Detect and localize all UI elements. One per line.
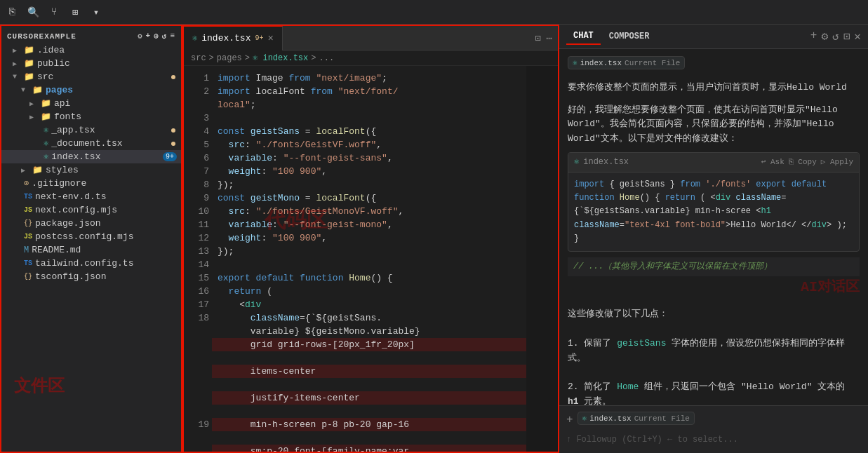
tab-label: index.tsx xyxy=(201,33,251,43)
sidebar-watermark: 文件区 xyxy=(14,374,65,397)
collapse-icon[interactable]: ≡ xyxy=(170,32,175,41)
folder-icon: 📁 xyxy=(24,58,34,69)
sidebar-item-label: api xyxy=(54,98,70,109)
js-icon: JS xyxy=(24,233,32,241)
folder-icon: 📁 xyxy=(41,98,51,109)
sidebar-item-label: README.md xyxy=(32,245,81,255)
new-file-icon[interactable]: + xyxy=(146,32,152,41)
ai-point-1: 1. 保留了 geistSans 字体的使用，假设您仍想保持相同的字体样式。 xyxy=(568,337,860,366)
sidebar-item-document-tsx[interactable]: ▶ ⚛ _document.tsx xyxy=(1,137,181,150)
sidebar-item-label: next-env.d.ts xyxy=(35,191,106,202)
sidebar-item-postcss[interactable]: ▶ JS postcss.config.mjs xyxy=(1,230,181,243)
sidebar-item-styles[interactable]: ▶ 📁 styles xyxy=(1,163,181,177)
expand-icon[interactable]: ⊡ xyxy=(843,29,850,43)
line-numbers: 1 2 3 4 5 6 7 8 9 10 11 12 13 14 15 16 1… xyxy=(184,66,212,452)
sidebar-item-tsconfig[interactable]: ▶ {} tsconfig.json xyxy=(1,270,181,283)
sidebar-item-package[interactable]: ▶ {} package.json xyxy=(1,217,181,230)
sidebar-item-tailwind[interactable]: ▶ TS tailwind.config.ts xyxy=(1,257,181,270)
new-folder-icon[interactable]: ⊕ xyxy=(154,32,159,41)
editor-area: ⚛ index.tsx 9+ × ⊡ ⋯ src > pages > ⚛ ind… xyxy=(182,25,559,453)
file-change-badge: 9+ xyxy=(163,152,177,161)
sidebar-item-label: index.tsx xyxy=(51,151,100,162)
sidebar-item-label: postcss.config.mjs xyxy=(35,231,133,242)
chat-footer-context: + ⚛ index.tsx Current File xyxy=(566,412,861,428)
code-comment: // ...（其他导入和字体定义可以保留在文件顶部） xyxy=(568,257,860,276)
editor-tab-index[interactable]: ⚛ index.tsx 9+ × xyxy=(184,26,283,50)
sidebar-item-next-env[interactable]: ▶ TS next-env.d.ts xyxy=(1,190,181,203)
folder-icon: 📁 xyxy=(32,85,43,95)
breadcrumb-more: ... xyxy=(319,53,334,63)
ai-message-2: 这些修改做了以下几点： 1. 保留了 geistSans 字体的使用，假设您仍想… xyxy=(568,307,860,405)
chat-panel: CHAT COMPOSER + ⚙ ↺ ⊡ ✕ ⚛ index.tsx Curr… xyxy=(559,25,868,453)
sidebar-item-label: fonts xyxy=(54,111,81,122)
sidebar-item-idea[interactable]: ▶ 📁 .idea xyxy=(1,43,181,57)
history-icon[interactable]: ↺ xyxy=(832,29,839,43)
breadcrumb-file: ⚛ index.tsx xyxy=(253,53,308,63)
code-block-header: ⚛ index.tsx ↩ Ask ⎘ Copy ▷ Apply xyxy=(568,153,859,173)
settings-icon[interactable]: ⚙ xyxy=(821,29,828,43)
sidebar-item-index-tsx[interactable]: ▶ ⚛ index.tsx 9+ xyxy=(1,150,181,163)
file-icon: ⚛ xyxy=(573,58,577,67)
chat-tab-chat[interactable]: CHAT xyxy=(566,28,601,45)
layout-icon[interactable]: ⊞ xyxy=(69,6,81,18)
md-icon: M xyxy=(24,245,29,255)
ai-watermark: AI对话区 xyxy=(801,279,860,295)
sidebar-item-next-config[interactable]: ▶ JS next.config.mjs xyxy=(1,203,181,217)
sidebar-item-label: pages xyxy=(46,85,73,95)
code-block-actions: ↩ Ask ⎘ Copy ▷ Apply xyxy=(761,156,853,169)
input-placeholder[interactable]: ↑ Followup (Ctrl+Y) ← to select... xyxy=(566,432,861,447)
chat-footer-input-hint: ↑ Followup (Ctrl+Y) ← to select... xyxy=(566,432,861,447)
ts-icon: TS xyxy=(24,193,32,201)
tsx-icon: ⚛ xyxy=(44,151,48,162)
refresh-icon[interactable]: ↺ xyxy=(162,32,168,41)
code-editor[interactable]: import Image from "next/image"; import l… xyxy=(212,66,526,452)
ai-message-1: 好的，我理解您想要修改整个页面，使其在访问首页时显示"Hello World"。… xyxy=(568,103,860,299)
json-icon: {} xyxy=(24,273,32,280)
folder-icon: 📁 xyxy=(24,45,34,55)
git-icon[interactable]: ⑂ xyxy=(48,6,60,18)
file-icon: ⚛ xyxy=(574,156,579,169)
sidebar-item-label: public xyxy=(37,58,70,69)
ai-watermark-container: AI对话区 xyxy=(568,276,860,299)
close-icon[interactable]: ✕ xyxy=(854,29,861,43)
copy-button[interactable]: ⎘ Copy xyxy=(789,156,817,169)
copy-files-icon[interactable]: ⎘ xyxy=(6,6,18,18)
search-icon[interactable]: 🔍 xyxy=(27,6,39,18)
chevron-icon[interactable]: ▾ xyxy=(90,6,102,18)
code-block-content: import { geistSans } from './fonts' expo… xyxy=(568,173,859,251)
sidebar-item-api[interactable]: ▶ 📁 api xyxy=(1,97,181,110)
ai-summary-text: 这些修改做了以下几点： xyxy=(568,307,860,322)
split-editor-icon[interactable]: ⊡ xyxy=(535,32,540,44)
tab-close-button[interactable]: × xyxy=(267,33,273,44)
sidebar-item-src[interactable]: ▼ 📁 src xyxy=(1,70,181,83)
new-chat-icon[interactable]: + xyxy=(810,29,817,43)
footer-file-badge: ⚛ index.tsx Current File xyxy=(577,412,695,425)
tsx-icon: ⚛ xyxy=(44,125,48,135)
sidebar-item-pages[interactable]: ▼ 📁 pages xyxy=(1,83,181,97)
sidebar-item-fonts[interactable]: ▶ 📁 fonts xyxy=(1,110,181,123)
footer-file-icon: ⚛ xyxy=(582,414,587,423)
chat-header: CHAT COMPOSER + ⚙ ↺ ⊡ ✕ xyxy=(559,25,868,49)
more-actions-icon[interactable]: ⋯ xyxy=(547,32,552,44)
folder-icon: 📁 xyxy=(32,165,43,175)
sidebar-item-public[interactable]: ▶ 📁 public xyxy=(1,57,181,70)
sidebar-item-label: tailwind.config.ts xyxy=(35,258,133,269)
sidebar-item-label: package.json xyxy=(35,218,101,229)
sidebar-item-label: styles xyxy=(46,165,79,175)
ask-button[interactable]: ↩ Ask xyxy=(761,156,784,169)
chat-tab-composer[interactable]: COMPOSER xyxy=(602,29,657,44)
sidebar-item-label: next.config.mjs xyxy=(35,205,117,215)
breadcrumb-src: src xyxy=(191,53,206,63)
sidebar-item-app-tsx[interactable]: ▶ ⚛ _app.tsx xyxy=(1,123,181,137)
folder-icon: 📁 xyxy=(41,111,51,122)
sidebar-item-gitignore[interactable]: ▶ ⊙ .gitignore xyxy=(1,177,181,190)
context-file-badge: ⚛ index.tsx Current File xyxy=(568,56,860,72)
add-context-button[interactable]: + xyxy=(566,414,573,426)
breadcrumb-pages: pages xyxy=(217,53,242,63)
minimap xyxy=(526,66,558,452)
chat-footer: + ⚛ index.tsx Current File ↑ Followup (C… xyxy=(559,405,868,453)
sidebar-item-readme[interactable]: ▶ M README.md xyxy=(1,243,181,257)
sidebar-header: CURSOREXAMPLE ⚙ + ⊕ ↺ ≡ xyxy=(1,29,181,43)
apply-button[interactable]: ▷ Apply xyxy=(821,156,853,169)
settings-icon[interactable]: ⚙ xyxy=(138,32,143,41)
